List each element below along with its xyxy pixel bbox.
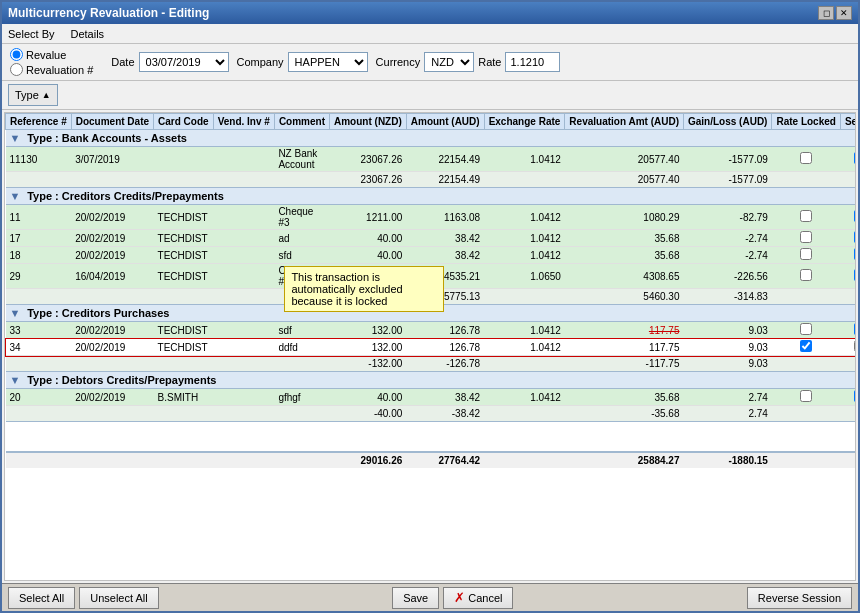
cancel-button[interactable]: ✗ Cancel [443,587,513,609]
cell-ratelocked[interactable] [772,339,840,356]
cell-ratelocked[interactable] [772,322,840,339]
cell-ratelocked[interactable] [772,205,840,230]
cell-vend [213,247,274,264]
type-button[interactable]: Type ▲ [8,84,58,106]
cell-reval: 1080.29 [565,205,684,230]
grid-container[interactable]: Reference # Document Date Card Code Vend… [4,112,856,581]
title-bar: Multicurrency Revaluation - Editing ◻ ✕ [2,2,858,24]
subtotal-nzd: -40.00 [330,406,407,422]
group-label-bank: Type : Bank Accounts - Assets [27,132,187,144]
restore-button[interactable]: ◻ [818,6,834,20]
cell-comment: NZ Bank Account [274,147,329,172]
menu-select-by[interactable]: Select By [8,28,54,40]
company-combo[interactable]: HAPPEN [288,52,368,72]
cell-ratelocked[interactable] [772,264,840,289]
select-checkbox[interactable] [854,269,856,281]
cell-comment: sdf [274,322,329,339]
cell-date: 20/02/2019 [71,230,153,247]
save-button[interactable]: Save [392,587,439,609]
cell-comment: Cheque #21 This transaction is automatic… [274,264,329,289]
cell-card: TECHDIST [154,205,214,230]
subtotal-exchange [484,406,565,422]
subtotal-row-bank: 23067.26 22154.49 20577.40 -1577.09 [6,172,857,188]
rate-locked-checkbox[interactable] [800,152,812,164]
cell-nzd: 23067.26 [330,147,407,172]
subtotal-ratelocked [772,172,840,188]
revaluation-num-radio[interactable]: Revaluation # [10,63,93,76]
rate-locked-checkbox[interactable] [800,210,812,222]
rate-locked-checkbox[interactable] [800,390,812,402]
select-checkbox[interactable] [854,210,856,222]
header-exchange-rate: Exchange Rate [484,114,565,130]
menu-details[interactable]: Details [70,28,104,40]
subtotal-reval: 20577.40 [565,172,684,188]
cell-select[interactable] [840,389,856,406]
reverse-session-button[interactable]: Reverse Session [747,587,852,609]
currency-combo[interactable]: NZD [424,52,474,72]
rate-locked-checkbox[interactable] [800,231,812,243]
rate-locked-checkbox[interactable] [800,323,812,335]
header-amount-aud: Amount (AUD) [406,114,484,130]
cell-aud: 38.42 [406,247,484,264]
window-title: Multicurrency Revaluation - Editing [8,6,209,20]
cell-select[interactable] [840,147,856,172]
cell-reval: 35.68 [565,247,684,264]
cell-exchange: 1.0412 [484,147,565,172]
cell-exchange: 1.0412 [484,230,565,247]
unselect-all-button[interactable]: Unselect All [79,587,158,609]
close-button[interactable]: ✕ [836,6,852,20]
subtotal-gainloss: 2.74 [683,406,771,422]
select-checkbox[interactable] [854,152,856,164]
select-all-button[interactable]: Select All [8,587,75,609]
select-checkbox[interactable] [854,323,856,335]
cell-gainloss: -2.74 [683,247,771,264]
select-checkbox[interactable] [854,340,856,352]
cell-date: 20/02/2019 [71,247,153,264]
group-header-debtors: ▼ Type : Debtors Credits/Prepayments [6,372,857,389]
table-row: 17 20/02/2019 TECHDIST ad 40.00 38.42 1.… [6,230,857,247]
company-group: Company HAPPEN [237,52,368,72]
header-vend-inv: Vend. Inv # [213,114,274,130]
cell-aud: 38.42 [406,389,484,406]
select-checkbox[interactable] [854,248,856,260]
cell-nzd: 40.00 [330,389,407,406]
cell-select[interactable] [840,247,856,264]
cell-select[interactable] [840,264,856,289]
revalue-radio[interactable]: Revalue [10,48,93,61]
select-checkbox[interactable] [854,231,856,243]
cell-ratelocked[interactable] [772,389,840,406]
subtotal-gainloss: 9.03 [683,356,771,372]
date-combo[interactable]: 03/07/2019 [139,52,229,72]
rate-locked-checkbox[interactable] [800,340,812,352]
rate-locked-checkbox[interactable] [800,269,812,281]
select-checkbox[interactable] [854,390,856,402]
main-window: Multicurrency Revaluation - Editing ◻ ✕ … [0,0,860,613]
cell-vend [213,205,274,230]
cell-select[interactable] [840,322,856,339]
subtotal-ratelocked [772,289,840,305]
cell-ref: 34 [6,339,72,356]
cell-select[interactable] [840,230,856,247]
cell-ratelocked[interactable] [772,247,840,264]
cell-select[interactable] [840,339,856,356]
cell-aud: 126.78 [406,339,484,356]
group-label-debtors: Type : Debtors Credits/Prepayments [27,374,216,386]
cell-comment: ddfd [274,339,329,356]
rate-locked-checkbox[interactable] [800,248,812,260]
cell-select[interactable] [840,205,856,230]
subtotal-select [840,289,856,305]
subtotal-label [6,356,330,372]
subtotal-aud: -38.42 [406,406,484,422]
cell-ratelocked[interactable] [772,147,840,172]
rate-label: Rate [478,56,501,68]
cell-ref: 17 [6,230,72,247]
cell-ref: 29 [6,264,72,289]
cell-card: TECHDIST [154,230,214,247]
rate-input[interactable] [505,52,560,72]
subtotal-exchange [484,289,565,305]
revalue-radio-input[interactable] [10,48,23,61]
button-bar: Select All Unselect All Save ✗ Cancel Re… [2,583,858,611]
revaluation-num-radio-input[interactable] [10,63,23,76]
subtotal-gainloss: -1577.09 [683,172,771,188]
cell-ratelocked[interactable] [772,230,840,247]
